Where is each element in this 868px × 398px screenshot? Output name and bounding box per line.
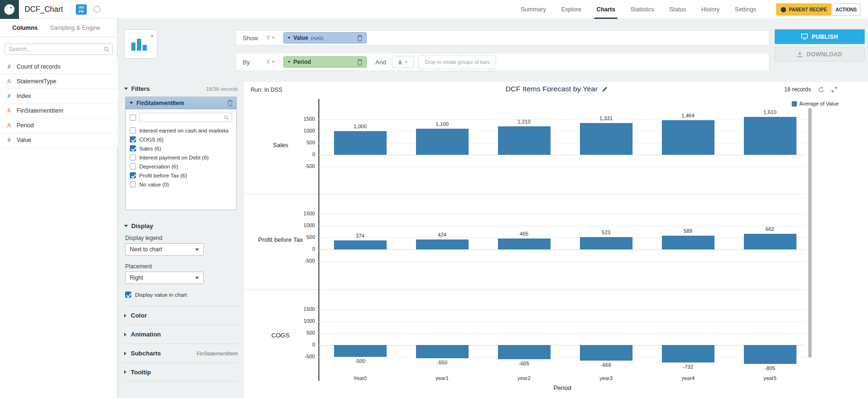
bar[interactable] xyxy=(744,117,796,155)
color-droplet-dropdown[interactable] xyxy=(392,56,414,68)
nav-tab-summary[interactable]: Summary xyxy=(521,0,546,19)
bar[interactable] xyxy=(744,345,796,364)
select-all-checkbox[interactable] xyxy=(130,115,136,121)
checkbox[interactable] xyxy=(130,181,136,187)
placement-select[interactable]: Right xyxy=(125,272,204,284)
filter-item[interactable]: Sales (6) xyxy=(130,144,232,153)
checkbox[interactable] xyxy=(130,163,136,169)
checkbox[interactable] xyxy=(130,127,136,133)
filter-item-label: COGS (6) xyxy=(139,137,163,142)
x-axis-title: Period xyxy=(515,384,610,391)
search-input[interactable] xyxy=(5,46,104,53)
filter-item[interactable]: COGS (6) xyxy=(130,135,232,144)
filter-search-box xyxy=(139,113,232,122)
section-animation[interactable]: Animation xyxy=(124,325,238,344)
nav-tab-history[interactable]: History xyxy=(701,0,720,19)
bar[interactable] xyxy=(416,129,469,155)
nav-tab-settings[interactable]: Settings xyxy=(735,0,756,19)
display-value-row[interactable]: Display value in chart xyxy=(125,292,187,298)
tab-columns[interactable]: Columns xyxy=(12,25,37,31)
dataiku-logo-icon[interactable] xyxy=(0,0,19,19)
bar-value-label: 374 xyxy=(339,233,381,239)
gridline xyxy=(319,261,806,262)
bar[interactable] xyxy=(416,239,469,249)
chart-scrollbar[interactable] xyxy=(808,108,812,358)
section-title: Animation xyxy=(131,331,161,338)
gridline xyxy=(319,321,806,322)
bar[interactable] xyxy=(498,126,551,155)
y-axis-line xyxy=(318,99,319,381)
display-legend-select[interactable]: Next to chart xyxy=(125,243,204,256)
column-item[interactable]: #Index xyxy=(0,89,118,104)
bar[interactable] xyxy=(662,236,714,249)
chart-type-picker[interactable] xyxy=(124,29,157,59)
display-legend-label: Display legend xyxy=(125,235,163,241)
download-button[interactable]: DOWNLOAD xyxy=(775,47,865,62)
filter-search-input[interactable] xyxy=(143,115,224,120)
column-item[interactable]: #Count of records xyxy=(0,60,118,74)
filter-card-header[interactable]: FinStatementItem xyxy=(126,97,236,109)
app-root: DCF_Chart GD PR SummaryExploreChartsStat… xyxy=(0,0,868,398)
status-ring-icon[interactable] xyxy=(93,6,100,13)
nav-tab-charts[interactable]: Charts xyxy=(597,0,615,19)
y-axis-dropdown[interactable]: Y xyxy=(266,35,280,41)
bar-value-label: 1,464 xyxy=(667,113,709,118)
bar[interactable] xyxy=(662,120,714,155)
chevron-down-icon xyxy=(272,37,275,39)
chevron-down-icon xyxy=(129,102,133,104)
bar[interactable] xyxy=(416,345,469,358)
actions-button[interactable]: ACTIONS xyxy=(832,3,860,16)
x-axis-dropdown[interactable]: X xyxy=(266,59,280,65)
bar-value-label: 1,210 xyxy=(503,119,545,124)
column-item[interactable]: AFinStatementItem xyxy=(0,104,118,118)
chevron-right-icon xyxy=(124,314,127,318)
checkbox[interactable] xyxy=(130,154,136,160)
column-item[interactable]: AStatementType xyxy=(0,74,118,89)
bar[interactable] xyxy=(334,345,387,357)
bar[interactable] xyxy=(498,239,551,249)
publish-button[interactable]: PUBLISH xyxy=(775,29,865,44)
filter-item[interactable]: No value (0) xyxy=(130,180,232,189)
x-value-pill[interactable]: Period xyxy=(283,56,367,68)
bar[interactable] xyxy=(334,131,387,155)
display-section-header[interactable]: Display xyxy=(124,222,153,230)
bar[interactable] xyxy=(744,234,796,249)
filters-section-header[interactable]: Filters 18/36 records xyxy=(124,85,238,92)
bar[interactable] xyxy=(334,240,387,249)
bar[interactable] xyxy=(580,237,633,249)
bar[interactable] xyxy=(498,345,551,359)
column-item[interactable]: APeriod xyxy=(0,118,118,133)
tab-sampling-engine[interactable]: Sampling & Engine xyxy=(50,25,100,31)
checkbox[interactable] xyxy=(130,136,136,142)
display-value-checkbox[interactable] xyxy=(125,292,131,298)
checkbox[interactable] xyxy=(130,172,136,178)
nav-tab-statistics[interactable]: Statistics xyxy=(630,0,654,19)
section-subcharts[interactable]: SubchartsFinStatementItem xyxy=(124,344,238,363)
column-item[interactable]: #Value xyxy=(0,133,118,148)
y-tick-label: 1000 xyxy=(282,318,315,324)
bar[interactable] xyxy=(580,345,633,361)
bar[interactable] xyxy=(662,345,714,363)
gridline xyxy=(319,249,806,250)
trash-icon[interactable] xyxy=(227,100,233,106)
trash-icon[interactable] xyxy=(357,59,362,65)
section-color[interactable]: Color xyxy=(124,306,238,325)
section-tooltip[interactable]: Tooltip xyxy=(124,363,238,381)
filter-item[interactable]: Depreciation (6) xyxy=(130,162,232,171)
parent-recipe-button[interactable]: PARENT RECIPE xyxy=(776,3,832,16)
placement-value: Right xyxy=(130,274,143,281)
bar[interactable] xyxy=(580,123,633,155)
group-bars-dropzone[interactable]: Drop to create groups of bars xyxy=(418,55,496,69)
filters-title: Filters xyxy=(131,85,150,92)
filter-item[interactable]: Interest earned on cash and marketa xyxy=(130,126,232,135)
y-value-pill[interactable]: Value (AVG) xyxy=(283,32,367,44)
nav-tab-status[interactable]: Status xyxy=(669,0,686,19)
nav-tab-explore[interactable]: Explore xyxy=(561,0,581,19)
gdpr-badge[interactable]: GD PR xyxy=(76,4,87,15)
filter-card-body: Interest earned on cash and marketaCOGS … xyxy=(126,109,236,192)
checkbox[interactable] xyxy=(130,145,136,151)
filter-item[interactable]: Interest payment on Debt (6) xyxy=(130,153,232,162)
filter-item[interactable]: Profit before Tax (6) xyxy=(130,171,232,180)
trash-icon[interactable] xyxy=(357,35,362,41)
filter-card: FinStatementItem Interest earned on cash… xyxy=(125,97,237,210)
